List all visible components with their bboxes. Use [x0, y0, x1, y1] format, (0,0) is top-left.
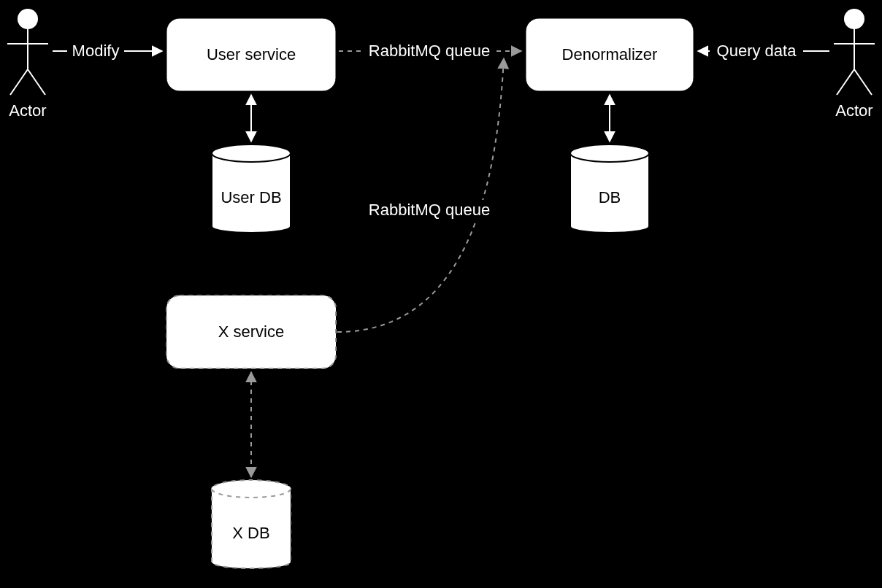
edge-queue2: RabbitMQ queue [337, 58, 504, 332]
svg-point-6 [844, 9, 864, 29]
user-service-label: User service [207, 45, 296, 63]
svg-point-15 [212, 144, 291, 162]
svg-line-4 [28, 69, 45, 95]
denormalizer-label: Denormalizer [562, 45, 658, 63]
edge-query: Query data [698, 41, 829, 61]
svg-point-16 [570, 144, 649, 162]
svg-point-0 [18, 9, 38, 29]
node-user-db: User DB [212, 144, 291, 233]
edge-query-label: Query data [717, 42, 797, 60]
db-label: DB [599, 188, 621, 206]
edge-modify-label: Modify [72, 42, 120, 60]
user-db-label: User DB [220, 188, 281, 206]
architecture-diagram: Actor Actor User service Denormalizer X … [0, 0, 882, 588]
node-denormalizer: Denormalizer [526, 18, 694, 91]
svg-line-3 [10, 69, 28, 95]
node-user-service: User service [166, 18, 336, 91]
edge-queue2-label: RabbitMQ queue [369, 201, 490, 219]
svg-line-10 [854, 69, 872, 95]
edge-queue1-label: RabbitMQ queue [369, 42, 490, 60]
actor-left-label: Actor [9, 101, 46, 120]
actor-right: Actor [832, 9, 876, 121]
edge-modify: Modify [53, 41, 162, 61]
actor-right-label: Actor [835, 101, 873, 120]
x-service-label: X service [218, 322, 284, 341]
svg-line-9 [837, 69, 854, 95]
node-x-db: X DB [212, 480, 291, 568]
edge-queue1: RabbitMQ queue [339, 41, 521, 61]
node-x-service: X service [166, 295, 336, 368]
svg-point-17 [212, 480, 291, 498]
node-db: DB [570, 144, 649, 233]
actor-left: Actor [6, 9, 50, 121]
x-db-label: X DB [232, 524, 269, 542]
